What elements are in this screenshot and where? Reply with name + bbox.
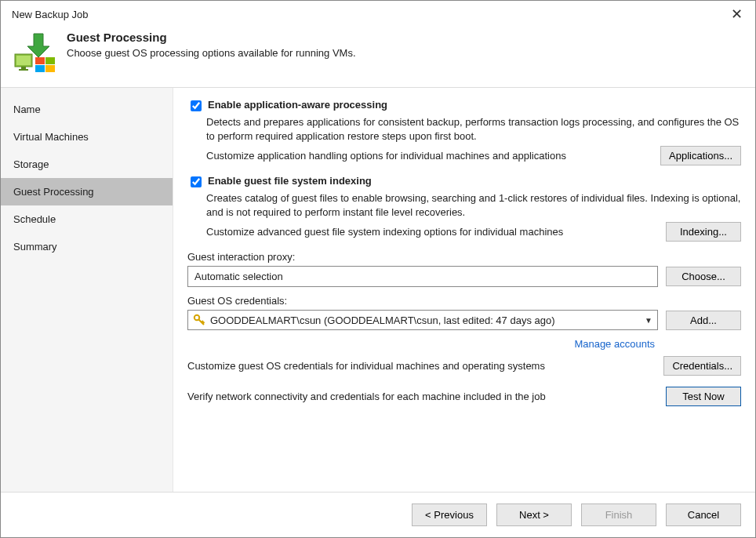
proxy-label: Guest interaction proxy: (187, 251, 741, 263)
wizard-steps: Name Virtual Machines Storage Guest Proc… (1, 88, 173, 492)
credentials-button[interactable]: Credentials... (663, 356, 741, 376)
verify-text: Verify network connectivity and credenti… (187, 391, 666, 402)
app-aware-customize-row: Customize application handling options f… (206, 146, 741, 165)
footer: < Previous Next > Finish Cancel (1, 492, 755, 537)
previous-button[interactable]: < Previous (412, 503, 487, 526)
content: Enable application-aware processing Dete… (173, 88, 755, 492)
sidebar-item-schedule[interactable]: Schedule (1, 205, 173, 233)
svg-rect-7 (45, 65, 55, 72)
svg-rect-6 (35, 65, 45, 72)
proxy-value: Automatic selection (194, 271, 283, 282)
header-text: Guest Processing Choose guest OS process… (67, 31, 356, 59)
body: Name Virtual Machines Storage Guest Proc… (1, 88, 755, 492)
titlebar: New Backup Job ✕ (1, 1, 755, 24)
app-aware-checkbox[interactable] (191, 100, 202, 111)
app-aware-customize-text: Customize application handling options f… (206, 150, 660, 162)
indexing-checkbox[interactable] (191, 176, 202, 187)
page-subtitle: Choose guest OS processing options avail… (67, 47, 356, 59)
proxy-field[interactable]: Automatic selection (187, 266, 658, 287)
sidebar-item-summary[interactable]: Summary (1, 233, 173, 260)
header: Guest Processing Choose guest OS process… (1, 24, 755, 88)
page-title: Guest Processing (67, 31, 356, 44)
choose-proxy-button[interactable]: Choose... (666, 267, 741, 286)
app-aware-label: Enable application-aware processing (208, 99, 387, 111)
svg-rect-3 (19, 69, 28, 71)
finish-button: Finish (581, 503, 656, 526)
app-aware-row: Enable application-aware processing (187, 99, 741, 114)
creds-label: Guest OS credentials: (187, 295, 741, 307)
svg-rect-5 (45, 57, 55, 64)
indexing-button[interactable]: Indexing... (666, 222, 741, 242)
svg-rect-1 (16, 56, 31, 65)
window-title: New Backup Job (12, 9, 89, 20)
creds-value: GOODDEALMART\csun (GOODDEALMART\csun, la… (210, 314, 645, 326)
svg-rect-4 (35, 57, 45, 64)
guest-processing-icon (12, 31, 59, 75)
svg-rect-2 (21, 67, 26, 69)
add-creds-button[interactable]: Add... (666, 311, 741, 330)
indexing-desc: Creates catalog of guest files to enable… (206, 191, 741, 219)
sidebar-item-name[interactable]: Name (1, 96, 173, 123)
manage-accounts-link[interactable]: Manage accounts (187, 338, 655, 350)
sidebar-item-guest-processing[interactable]: Guest Processing (1, 178, 173, 205)
test-now-button[interactable]: Test Now (666, 387, 741, 406)
verify-row: Verify network connectivity and credenti… (187, 387, 741, 406)
creds-row: GOODDEALMART\csun (GOODDEALMART\csun, la… (187, 310, 741, 330)
close-icon[interactable]: ✕ (728, 7, 746, 21)
applications-button[interactable]: Applications... (660, 146, 741, 165)
next-button[interactable]: Next > (496, 503, 572, 526)
app-aware-desc: Detects and prepares applications for co… (206, 115, 741, 143)
dialog-window: New Backup Job ✕ Guest Processing Choose (0, 0, 756, 538)
indexing-row: Enable guest file system indexing (187, 175, 741, 190)
creds-customize-text: Customize guest OS credentials for indiv… (187, 360, 663, 372)
indexing-customize-row: Customize advanced guest file system ind… (206, 222, 741, 242)
chevron-down-icon: ▼ (645, 316, 652, 325)
indexing-customize-text: Customize advanced guest file system ind… (206, 226, 666, 238)
cancel-button[interactable]: Cancel (666, 503, 741, 526)
sidebar-item-storage[interactable]: Storage (1, 151, 173, 178)
key-icon (193, 314, 205, 326)
sidebar-item-virtual-machines[interactable]: Virtual Machines (1, 123, 173, 151)
indexing-label: Enable guest file system indexing (208, 175, 372, 187)
proxy-row: Automatic selection Choose... (187, 266, 741, 287)
creds-dropdown[interactable]: GOODDEALMART\csun (GOODDEALMART\csun, la… (187, 310, 658, 330)
creds-customize-row: Customize guest OS credentials for indiv… (187, 356, 741, 376)
